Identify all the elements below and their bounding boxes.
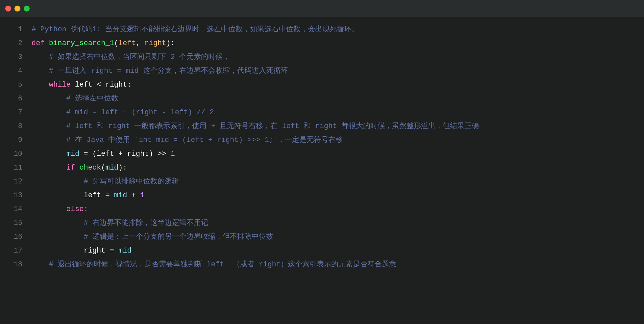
line-content: if check(mid): xyxy=(32,162,637,174)
line-content: right = mid xyxy=(32,245,637,256)
token-var: left xyxy=(97,150,114,158)
token-fn-call: check xyxy=(79,164,101,172)
code-line: 4 # 一旦进入 right = mid 这个分支，右边界不会收缩，代码进入死循… xyxy=(0,65,644,79)
line-number: 11 xyxy=(7,162,22,174)
token-var: < xyxy=(97,81,105,89)
code-line: 15 # 右边界不能排除，这半边逻辑不用记 xyxy=(0,217,644,231)
code-line: 5 while left < right: xyxy=(0,79,644,93)
line-content: else: xyxy=(32,203,637,215)
code-line: 10 mid = (left + right) >> 1 xyxy=(0,148,644,162)
token-var: = xyxy=(101,191,114,200)
token-var: + xyxy=(127,191,140,200)
code-line: 7 # mid = left + (right - left) // 2 xyxy=(0,107,644,121)
line-number: 16 xyxy=(7,231,22,243)
code-line: 3 # 如果选择右中位数，当区间只剩下 2 个元素的时候， xyxy=(0,51,644,65)
token-kw-while: while xyxy=(32,81,75,89)
line-number: 12 xyxy=(7,176,22,187)
token-comment: # 逻辑是：上一个分支的另一个边界收缩，但不排除中位数 xyxy=(32,233,273,241)
token-comment: # 如果选择右中位数，当区间只剩下 2 个元素的时候， xyxy=(32,53,230,61)
line-number: 5 xyxy=(7,79,22,91)
line-number: 17 xyxy=(7,245,22,256)
token-var xyxy=(32,247,84,255)
token-var: left xyxy=(75,81,97,89)
line-content: # Python 伪代码1: 当分支逻辑不能排除右边界时，选左中位数，如果选右中… xyxy=(32,24,637,35)
line-number: 14 xyxy=(7,203,22,215)
token-var: right xyxy=(127,150,149,158)
maximize-button[interactable] xyxy=(24,6,30,12)
line-number: 10 xyxy=(7,148,22,160)
token-comment: # Python 伪代码1: 当分支逻辑不能排除右边界时，选左中位数，如果选右中… xyxy=(32,25,359,34)
line-content: # 先写可以排除中位数的逻辑 xyxy=(32,176,637,187)
code-line: 6 # 选择左中位数 xyxy=(0,93,644,107)
line-number: 8 xyxy=(7,121,22,132)
code-line: 14 else: xyxy=(0,203,644,217)
line-content: # 退出循环的时候，视情况，是否需要单独判断 left （或者 right）这个… xyxy=(32,259,637,270)
code-line: 16 # 逻辑是：上一个分支的另一个边界收缩，但不排除中位数 xyxy=(0,231,644,245)
line-number: 13 xyxy=(7,190,22,201)
token-kw-param: left xyxy=(118,39,136,47)
code-line: 9 # 在 Java 中使用 `int mid = (left + right)… xyxy=(0,134,644,148)
token-var: ( xyxy=(114,39,118,47)
line-content: def binary_search_1(left, right): xyxy=(32,38,637,49)
line-number: 6 xyxy=(7,93,22,104)
token-kw-if: if xyxy=(32,164,79,172)
line-content: # 右边界不能排除，这半边逻辑不用记 xyxy=(32,217,637,229)
line-number: 3 xyxy=(7,51,22,63)
line-number: 9 xyxy=(7,134,22,146)
minimize-button[interactable] xyxy=(14,6,20,12)
token-var: + xyxy=(114,150,127,158)
token-var: ) >> xyxy=(149,150,170,158)
token-comment: # 在 Java 中使用 `int mid = (left + right) >… xyxy=(32,136,343,144)
token-comment: # 选择左中位数 xyxy=(32,94,118,103)
line-content: # 选择左中位数 xyxy=(32,93,637,104)
line-content: # 如果选择右中位数，当区间只剩下 2 个元素的时候， xyxy=(32,51,637,63)
line-number: 2 xyxy=(7,38,22,49)
code-line: 18 # 退出循环的时候，视情况，是否需要单独判断 left （或者 right… xyxy=(0,259,644,273)
line-content: # left 和 right 一般都表示索引，使用 + 且无符号右移，在 lef… xyxy=(32,121,637,132)
token-kw-param: right xyxy=(144,39,166,47)
token-mid-var: mid xyxy=(105,164,118,172)
token-comment: # mid = left + (right - left) // 2 xyxy=(32,108,214,117)
token-mid-var: mid xyxy=(114,191,127,200)
token-num: 1 xyxy=(140,191,144,200)
token-comment: # 退出循环的时候，视情况，是否需要单独判断 left （或者 right）这个… xyxy=(32,260,396,269)
token-var: right xyxy=(84,247,105,255)
token-mid-var: mid xyxy=(66,150,80,158)
code-line: 12 # 先写可以排除中位数的逻辑 xyxy=(0,176,644,190)
code-line: 8 # left 和 right 一般都表示索引，使用 + 且无符号右移，在 l… xyxy=(0,121,644,134)
token-comment: # 一旦进入 right = mid 这个分支，右边界不会收缩，代码进入死循环 xyxy=(32,67,288,75)
line-content: # 一旦进入 right = mid 这个分支，右边界不会收缩，代码进入死循环 xyxy=(32,65,637,77)
code-line: 17 right = mid xyxy=(0,245,644,259)
token-comment: # left 和 right 一般都表示索引，使用 + 且无符号右移，在 lef… xyxy=(32,122,479,130)
token-var: , xyxy=(136,39,144,47)
code-line: 1# Python 伪代码1: 当分支逻辑不能排除右边界时，选左中位数，如果选右… xyxy=(0,24,644,38)
token-kw-def: def xyxy=(32,39,49,47)
token-var: ( xyxy=(101,164,105,172)
token-var: right: xyxy=(105,81,131,89)
code-line: 2def binary_search_1(left, right): xyxy=(0,38,644,51)
code-line: 11 if check(mid): xyxy=(0,162,644,176)
token-kw-fn: binary_search_1 xyxy=(49,39,114,47)
token-var xyxy=(32,150,66,158)
line-content: # mid = left + (right - left) // 2 xyxy=(32,107,637,118)
code-area: 1# Python 伪代码1: 当分支逻辑不能排除右边界时，选左中位数，如果选右… xyxy=(0,17,644,279)
line-content: # 逻辑是：上一个分支的另一个边界收缩，但不排除中位数 xyxy=(32,231,637,243)
token-var: left xyxy=(84,191,101,200)
token-comment: # 右边界不能排除，这半边逻辑不用记 xyxy=(32,219,208,227)
close-button[interactable] xyxy=(5,6,11,12)
token-var: = xyxy=(105,247,118,255)
token-var: ): xyxy=(166,39,175,47)
line-number: 15 xyxy=(7,217,22,229)
line-number: 4 xyxy=(7,65,22,77)
line-number: 18 xyxy=(7,259,22,270)
code-line: 13 left = mid + 1 xyxy=(0,190,644,203)
token-num: 1 xyxy=(171,150,175,158)
token-var: ): xyxy=(118,164,127,172)
token-mid-var: mid xyxy=(118,247,132,255)
line-number: 7 xyxy=(7,107,22,118)
title-bar xyxy=(0,0,644,17)
line-number: 1 xyxy=(7,24,22,35)
line-content: # 在 Java 中使用 `int mid = (left + right) >… xyxy=(32,134,637,146)
line-content: while left < right: xyxy=(32,79,637,91)
token-var: = ( xyxy=(79,150,97,158)
